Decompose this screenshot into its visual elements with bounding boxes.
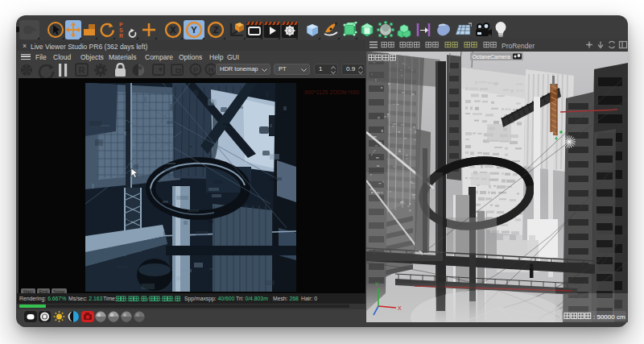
svg-text::: :: [173, 296, 175, 302]
svg-text::: :: [126, 296, 128, 302]
svg-text:: 50000 cm: : 50000 cm: [593, 313, 625, 321]
svg-text:S: S: [119, 27, 123, 33]
svg-text:H: H: [208, 66, 214, 74]
svg-text:X: X: [398, 305, 402, 311]
svg-text:P: P: [119, 22, 123, 27]
svg-text:Y: Y: [191, 25, 197, 35]
svg-text:R: R: [79, 65, 85, 75]
svg-text:X: X: [170, 25, 176, 35]
svg-text:ProRender: ProRender: [502, 42, 535, 50]
svg-text:OctaneCamera: OctaneCamera: [473, 54, 511, 60]
svg-text:Z: Z: [213, 25, 219, 35]
svg-text:/: /: [147, 296, 149, 302]
svg-text::: :: [139, 296, 141, 302]
svg-text::: :: [160, 296, 162, 302]
svg-text:Y: Y: [375, 281, 379, 287]
svg-text:P: P: [193, 66, 198, 74]
svg-text:R: R: [119, 33, 123, 39]
